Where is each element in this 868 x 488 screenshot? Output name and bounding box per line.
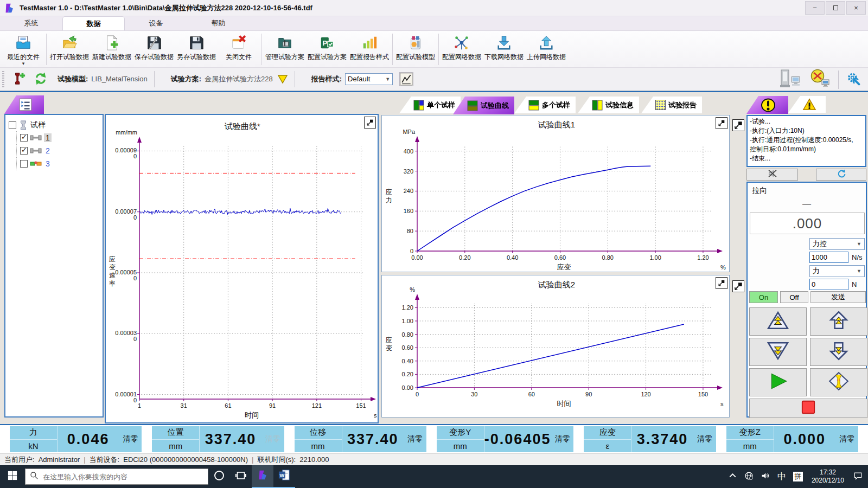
send-button[interactable]: 发送 <box>810 291 866 303</box>
specimen-clamp-icon <box>827 371 850 393</box>
open-data-button[interactable]: 打开试验数据 <box>48 33 91 66</box>
save-as-button[interactable]: 另存试验数据 <box>175 33 218 66</box>
tab-warnings[interactable] <box>788 96 826 113</box>
rate-input[interactable] <box>809 252 848 263</box>
clear-button[interactable]: 清零 <box>404 426 426 452</box>
clear-button[interactable]: 清零 <box>261 426 284 452</box>
single-specimen-tab-icon <box>413 100 424 111</box>
config-scheme-button[interactable]: P 配置试验方案 <box>306 33 348 66</box>
tab-test-report[interactable]: 试验报告 <box>641 97 702 113</box>
jog-up-fast-button[interactable] <box>749 307 807 336</box>
config-network-button[interactable]: 配置网络数据 <box>441 33 483 66</box>
refresh-log-button[interactable] <box>816 169 866 181</box>
ime-language-button[interactable]: 中 <box>775 465 789 488</box>
run-test-button[interactable] <box>749 368 807 396</box>
taskbar-search[interactable] <box>25 468 208 485</box>
checkbox[interactable] <box>20 160 28 168</box>
maximize-button[interactable] <box>826 1 845 15</box>
taskbar-testmaster-app[interactable] <box>252 465 273 488</box>
strain-panel: 应变ε 3.3740 清零 <box>584 426 716 452</box>
tab-test-curve[interactable]: 试验曲线 <box>453 97 514 114</box>
tree-item-1[interactable]: 1 <box>16 131 99 144</box>
mute-log-button[interactable] <box>746 169 798 181</box>
clear-button[interactable]: 清零 <box>835 426 858 452</box>
jog-down-button[interactable] <box>810 338 867 366</box>
checkbox[interactable] <box>20 134 28 142</box>
target-input[interactable] <box>809 279 848 290</box>
curve-preview-button[interactable] <box>399 72 413 86</box>
tree-item-3[interactable]: 3 <box>16 157 99 170</box>
menu-data[interactable]: 数据 <box>62 16 125 30</box>
tab-test-info[interactable]: 试验信息 <box>578 97 639 113</box>
clear-button[interactable]: 清零 <box>119 426 142 452</box>
view-tab-strip: 单个试样 试验曲线 多个试样 试验信息 试验报告 <box>399 97 702 114</box>
close-button[interactable]: × <box>846 1 866 15</box>
jog-up-button[interactable] <box>810 307 867 336</box>
word-icon: W <box>278 469 290 483</box>
checkbox[interactable] <box>9 121 16 129</box>
chart-pin-button[interactable] <box>716 277 727 289</box>
close-file-button[interactable]: 关闭文件 <box>218 33 260 66</box>
refresh-icon[interactable] <box>34 72 48 87</box>
secondary-toolbar: 试验模型: LIB_MetalTension 试验方案: 金属拉伸试验方法228… <box>0 68 868 91</box>
scheme-dropdown-icon[interactable] <box>277 74 288 85</box>
toolbar-grip[interactable] <box>2 71 4 87</box>
svg-text:91: 91 <box>269 402 276 409</box>
manage-scheme-button[interactable]: 管理试验方案 <box>264 33 306 66</box>
report-style-select[interactable]: Default▼ <box>345 73 393 85</box>
tab-multi-specimen[interactable]: 多个试样 <box>514 97 576 113</box>
search-input[interactable] <box>43 473 203 481</box>
recent-files-button[interactable]: 最近的文件 ▾ <box>2 33 44 66</box>
tab-single-specimen[interactable]: 单个试样 <box>399 97 461 113</box>
upload-network-button[interactable]: 上传网络数据 <box>525 33 567 66</box>
panel-pin-button[interactable] <box>732 280 744 292</box>
task-view-button[interactable] <box>230 465 252 488</box>
new-specimen-icon[interactable] <box>12 72 26 87</box>
menu-system[interactable]: 系统 <box>0 16 62 30</box>
save-data-button[interactable]: 保存试验数据 <box>133 33 175 66</box>
network-tray-button[interactable] <box>742 465 756 488</box>
settings-gear-icon[interactable] <box>846 72 860 88</box>
clear-button[interactable]: 清零 <box>551 426 573 452</box>
svg-text:速: 速 <box>109 272 116 279</box>
taskbar-word-app[interactable]: W <box>273 465 295 488</box>
volume-tray-button[interactable] <box>758 465 773 488</box>
on-button[interactable]: On <box>749 291 778 303</box>
tree-root[interactable]: 试样 <box>9 119 99 131</box>
off-button[interactable]: Off <box>780 291 808 303</box>
control-mode-select[interactable]: 力控▼ <box>809 238 865 250</box>
clear-button[interactable]: 清零 <box>693 426 716 452</box>
ime-mode-button[interactable]: 拼 <box>791 465 805 488</box>
stop-button[interactable] <box>749 399 867 418</box>
jog-down-fast-button[interactable] <box>749 338 807 366</box>
checkbox[interactable] <box>20 147 28 155</box>
download-network-button[interactable]: 下载网络数据 <box>483 33 525 66</box>
displacement-panel: 位移mm 337.40 清零 <box>295 426 426 452</box>
machine-status-icon[interactable] <box>778 69 802 91</box>
cortana-button[interactable] <box>208 465 230 488</box>
target-type-select[interactable]: 力▼ <box>809 265 865 277</box>
chart-pin-button[interactable] <box>364 117 376 129</box>
svg-text:0.20: 0.20 <box>459 254 470 261</box>
tab-specimen-list[interactable] <box>4 95 44 114</box>
new-data-button[interactable]: 新建试验数据 <box>91 33 133 66</box>
specimen-icon <box>30 147 42 154</box>
tray-expand-button[interactable] <box>726 465 740 488</box>
taskbar-clock[interactable]: 17:32 2020/12/10 <box>807 468 848 485</box>
panel-pin-button[interactable] <box>732 119 744 131</box>
tree-item-2[interactable]: 2 <box>16 144 99 157</box>
offline-status-icon[interactable] <box>810 69 831 91</box>
clamp-button[interactable] <box>810 368 867 396</box>
config-model-button[interactable]: 配置试验模型 <box>394 33 437 66</box>
measurement-unit: mm <box>437 440 484 453</box>
report-style-button[interactable]: 配置报告样式 <box>348 33 391 66</box>
svg-text:1.20: 1.20 <box>697 254 709 261</box>
chart-pin-button[interactable] <box>716 117 727 129</box>
tab-test-log[interactable] <box>746 96 788 114</box>
notification-button[interactable] <box>851 465 865 488</box>
minimize-button[interactable]: − <box>805 1 825 15</box>
start-button[interactable] <box>0 465 25 488</box>
menu-device[interactable]: 设备 <box>125 16 187 30</box>
menu-help[interactable]: 帮助 <box>187 16 250 30</box>
search-icon <box>30 471 39 482</box>
